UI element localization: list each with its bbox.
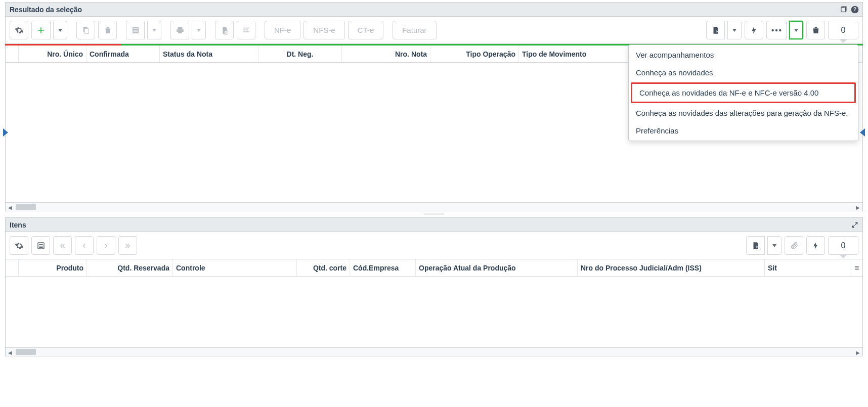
grid-items: Produto Qtd. Reservada Controle Qtd. cor… [5,259,863,356]
col-nro-unico[interactable]: Nro. Único [19,46,86,62]
col-operacao-producao[interactable]: Operação Atual da Produção [416,259,578,276]
records-count[interactable]: 0 [828,21,858,39]
svg-rect-5 [84,28,89,34]
list-button-menu[interactable] [147,21,161,39]
grid-top-hscroll[interactable]: ◀ ▶ [6,202,862,211]
file-cancel-button[interactable] [215,21,234,39]
col-nro-nota[interactable]: Nro. Nota [342,46,430,62]
svg-rect-22 [855,266,859,267]
grid-items-header: Produto Qtd. Reservada Controle Qtd. cor… [6,259,862,277]
col-tipo-op[interactable]: Tipo Operação [430,46,519,62]
columns-menu-icon[interactable] [851,259,862,276]
export-button-menu[interactable] [727,21,742,39]
panel2-title: Itens [10,221,26,229]
cte-button[interactable]: CT-e [348,21,384,39]
menu-item-novidades-nfse[interactable]: Conheça as novidades das alterações para… [629,104,858,122]
delete-button[interactable] [98,21,117,39]
next-page-button[interactable]: › [97,236,115,255]
copy-button[interactable] [76,21,95,39]
items-export-button[interactable] [746,236,765,255]
help-icon[interactable]: ? [850,5,859,14]
col2-selector[interactable] [6,259,19,276]
panel-selection-result: Resultado da seleção ? [5,2,863,215]
col-selector[interactable] [6,46,19,62]
items-records-count[interactable]: 0 [828,236,858,255]
menu-item-novidades-nfe-v4[interactable]: Conheça as novidades da NF-e e NFC-e ver… [631,82,856,103]
expand-left-icon[interactable] [3,128,8,137]
toolbar-top: NF-e NFS-e CT-e Faturar 0 Ver acompanham… [5,16,863,44]
col-processo-judicial[interactable]: Nro do Processo Judicial/Adm (ISS) [578,259,765,276]
svg-point-15 [771,29,773,31]
items-export-menu[interactable] [767,236,782,255]
svg-rect-24 [855,269,859,269]
svg-rect-12 [243,27,249,28]
faturar-button[interactable]: Faturar [393,21,436,39]
col-sit[interactable]: Sit [765,259,851,276]
horizontal-splitter[interactable] [5,211,863,215]
col-dt-neg[interactable]: Dt. Neg. [258,46,342,62]
svg-rect-23 [855,267,859,268]
first-page-button[interactable]: « [53,236,72,255]
svg-rect-7 [133,28,138,29]
col-status[interactable]: Status da Nota [160,46,258,62]
svg-rect-1 [841,8,845,12]
panel-header: Resultado da seleção ? [5,2,863,16]
svg-text:?: ? [853,7,856,12]
col-qtd-reservada[interactable]: Qtd. Reservada [87,259,173,276]
svg-point-17 [779,29,781,31]
attach-button[interactable] [785,236,803,255]
toolbar-items: « ‹ › » 0 [5,232,863,259]
print-button[interactable] [170,21,189,39]
prev-page-button[interactable]: ‹ [75,236,94,255]
panel2-header: Itens [5,217,863,232]
items-bolt-button[interactable] [806,236,825,255]
col-confirmada[interactable]: Confirmada [86,46,160,62]
export-button[interactable] [706,21,725,39]
items-list-button[interactable] [31,236,50,255]
panel-items: Itens « ‹ › » 0 [5,217,863,356]
svg-rect-8 [133,30,138,30]
last-page-button[interactable]: » [118,236,137,255]
add-button[interactable] [31,21,51,39]
more-menu: Ver acompanhamentos Conheça as novidades… [628,44,858,141]
menu-item-preferencias[interactable]: Preferências [629,122,858,140]
nfe-button[interactable]: NF-e [265,21,300,39]
svg-rect-13 [243,29,248,30]
menu-item-acompanhamentos[interactable]: Ver acompanhamentos [629,46,858,64]
bolt-button[interactable] [745,21,763,39]
more-button-menu[interactable] [789,21,803,39]
align-button[interactable] [237,21,255,39]
grid-items-body [6,277,862,347]
settings-button[interactable] [10,21,28,39]
col-cod-empresa[interactable]: Cód.Empresa [350,259,416,276]
svg-rect-14 [243,31,249,32]
add-button-menu[interactable] [53,21,67,39]
print-button-menu[interactable] [192,21,206,39]
nfse-button[interactable]: NFS-e [303,21,344,39]
grid-items-hscroll[interactable]: ◀ ▶ [6,347,862,356]
windows-icon[interactable] [839,5,848,14]
col-produto[interactable]: Produto [19,259,87,276]
col-qtd-corte[interactable]: Qtd. corte [297,259,350,276]
panel-title: Resultado da seleção [10,6,82,14]
items-settings-button[interactable] [10,236,28,255]
svg-rect-9 [133,31,138,32]
list-button[interactable] [126,21,145,39]
svg-point-16 [775,29,777,31]
more-button[interactable] [766,21,787,39]
expand-right-icon[interactable] [860,128,865,137]
shop-button[interactable] [806,21,825,39]
col-controle[interactable]: Controle [173,259,297,276]
menu-item-novidades[interactable]: Conheça as novidades [629,64,858,81]
maximize-icon[interactable] [850,220,859,230]
